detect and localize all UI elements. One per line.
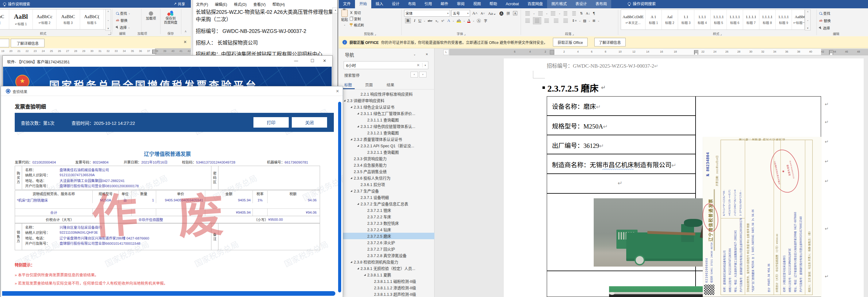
save-to-baidu-button[interactable]: 保存到百度网盘 bbox=[162, 11, 179, 25]
find-button[interactable]: 查找⌄ bbox=[116, 11, 130, 16]
next-result-button[interactable]: ˅ bbox=[419, 72, 427, 78]
nav-tab-results[interactable]: 结果 bbox=[386, 82, 394, 88]
nav-tree-item[interactable]: 2.3.1 绿色企业认证证书 bbox=[339, 104, 434, 110]
nav-tree-item[interactable]: 2.3.7.2.8 真空渗氮设备 bbox=[339, 252, 434, 259]
tab-设计[interactable]: 设计 bbox=[388, 0, 404, 8]
align-right-button[interactable] bbox=[542, 17, 551, 24]
nav-tree-item[interactable]: 2.3.8.1.1.3 超声检测-II级 bbox=[339, 291, 434, 297]
style-item[interactable]: AaBbCcDdE↵本文正... bbox=[621, 10, 646, 29]
align-left-button[interactable] bbox=[523, 17, 532, 24]
text-effects-button[interactable]: A bbox=[447, 18, 450, 23]
tab-Acrobat[interactable]: Acrobat bbox=[501, 0, 523, 8]
nav-tree-item[interactable]: 2.3.2.1 API Spec Q1（新证没... bbox=[339, 142, 434, 149]
bullets-button[interactable] bbox=[523, 10, 532, 17]
distribute-button[interactable] bbox=[561, 17, 570, 24]
tab-审阅[interactable]: 审阅 bbox=[453, 0, 469, 8]
get-genuine-office-button[interactable]: 获取正版 Office bbox=[553, 38, 587, 47]
tell-me-search[interactable]: 操作说明搜索 bbox=[8, 1, 30, 6]
style-item[interactable]: 1.1.1.1标题 9 bbox=[776, 10, 792, 29]
search-dropdown-icon[interactable]: ▾ bbox=[423, 64, 428, 67]
indent-marker[interactable] bbox=[695, 53, 698, 55]
style-item[interactable]: AaBbC(标题 5 bbox=[80, 9, 104, 29]
nav-tree-item[interactable]: 2.3.4 应急服务能力 bbox=[339, 162, 434, 168]
line-spacing-button[interactable]: ⇕≡ bbox=[572, 19, 577, 23]
nav-tree-item[interactable]: 2.3.7.2 生产设备信息汇总表 bbox=[339, 200, 434, 207]
nav-tree-item[interactable]: 2.3.7 生产设备 bbox=[339, 188, 434, 194]
font-name-combo[interactable]: 宋体▾ bbox=[404, 10, 450, 17]
highlight-button[interactable]: ab bbox=[457, 18, 461, 23]
nav-tree-item[interactable]: 2.3.7.2.1 镗床 bbox=[339, 207, 434, 213]
borders-button[interactable]: ⊞ bbox=[592, 19, 595, 23]
pinyin-button[interactable]: 拼 bbox=[506, 11, 510, 16]
indent-marker-icon[interactable] bbox=[550, 50, 554, 54]
addins-button[interactable]: 加载项 bbox=[144, 11, 158, 21]
style-item[interactable]: AaBl↵标题 1 bbox=[9, 9, 33, 29]
nav-tree-item[interactable]: 2.3.1.2 绿色供应链管理体系认... bbox=[339, 123, 434, 130]
document-canvas[interactable]: 招标编号：GWDC-NB-2025-WZGS-WJ-00037-2↵ 2.3.7… bbox=[434, 55, 868, 297]
print-button[interactable]: 打印 bbox=[253, 117, 289, 128]
shrink-font-button[interactable]: A˅ bbox=[480, 11, 485, 15]
change-case-button[interactable]: Aa⌄ bbox=[488, 11, 496, 16]
nav-tree-item[interactable]: 2.3.6.1 扣分项 bbox=[339, 181, 434, 188]
nav-tree-item[interactable]: 2.3.7.2.7 回火炉 bbox=[339, 246, 434, 252]
char-shading-button[interactable]: 字 bbox=[484, 18, 487, 23]
nav-options-icon[interactable]: ⌄ bbox=[413, 53, 416, 56]
grow-font-button[interactable]: A˄ bbox=[472, 11, 477, 16]
nav-tree-item[interactable]: 2.3.2 质量管理体系认证证书 bbox=[339, 136, 434, 142]
tab-表布局[interactable]: 表布局 bbox=[591, 0, 612, 8]
superscript-button[interactable]: x² bbox=[441, 19, 444, 23]
share-button[interactable]: ↗ 共享 ⌄ bbox=[174, 1, 188, 6]
find-button[interactable]: 查找 bbox=[819, 11, 853, 16]
style-item[interactable]: AaBbCc↵标题 2 bbox=[33, 9, 57, 29]
replace-button[interactable]: ab替换 bbox=[819, 18, 853, 23]
nav-tree-item[interactable]: 2.3.7.1 设备明细 bbox=[339, 194, 434, 200]
nav-tree-item[interactable]: 2.3.1.1 绿色工厂管理体系评价... bbox=[339, 110, 434, 116]
tab-图片格式[interactable]: 图片格式 bbox=[547, 0, 571, 8]
left-ruler[interactable]: 1920212223242526272829303132333435363738… bbox=[0, 48, 191, 55]
underline-button[interactable]: U bbox=[418, 18, 422, 23]
font-color-button[interactable]: A bbox=[467, 19, 470, 23]
close-button[interactable]: 关闭 bbox=[292, 117, 327, 128]
tell-me-search[interactable]: 操作说明搜索 bbox=[620, 0, 660, 8]
tab-文件[interactable]: 文件 bbox=[339, 0, 355, 8]
style-item[interactable]: 1.1.1.1标题 8 bbox=[760, 10, 776, 29]
close-warning-icon[interactable]: ✕ bbox=[184, 40, 187, 44]
clear-search-icon[interactable]: ✕ bbox=[414, 63, 423, 68]
menu-item[interactable]: 帮助(H) bbox=[273, 2, 285, 7]
shading-button[interactable]: ▨ bbox=[583, 19, 586, 23]
style-item[interactable]: 1.1标题 3 bbox=[678, 10, 694, 29]
nav-tree-item[interactable]: 2.3 详细评审响应资料 bbox=[339, 97, 434, 104]
style-gallery-scroll[interactable]: ˄⌄▾ bbox=[105, 9, 111, 31]
font-size-combo[interactable]: 五号▾ bbox=[451, 10, 470, 17]
styles-dialog-launcher-icon[interactable] bbox=[108, 32, 111, 35]
clear-format-button[interactable]: 🅐 bbox=[499, 10, 504, 16]
close-button[interactable]: ✕ bbox=[317, 56, 332, 67]
nav-tree-item[interactable]: 2.3.7.2.5 磨床 bbox=[339, 233, 434, 239]
multilevel-list-button[interactable] bbox=[549, 10, 557, 17]
tab-selector[interactable]: L bbox=[443, 50, 449, 55]
tab-开始[interactable]: 开始 bbox=[355, 0, 371, 8]
menu-item[interactable]: 查看(V) bbox=[253, 2, 266, 7]
subscript-button[interactable]: x₂ bbox=[435, 19, 438, 23]
asian-layout-button[interactable]: ⇅ bbox=[580, 11, 583, 16]
nav-search-box[interactable]: 6小时 ✕ ▾ bbox=[344, 61, 428, 69]
style-item[interactable]: Aal标题 2 bbox=[662, 10, 678, 29]
tab-百度网盘[interactable]: 百度网盘 bbox=[523, 0, 547, 8]
align-center-button[interactable] bbox=[533, 17, 541, 24]
numbering-button[interactable] bbox=[536, 10, 545, 17]
copy-button[interactable]: 复制 bbox=[350, 16, 364, 21]
style-item[interactable]: 1.1.1.1标题 7 bbox=[743, 10, 760, 29]
nav-tree-item[interactable]: 2.2.1 响应性评审标准响应资料 bbox=[339, 91, 434, 97]
indent-marker[interactable] bbox=[830, 53, 833, 55]
cut-button[interactable]: 剪切 bbox=[350, 10, 364, 15]
tab-视图[interactable]: 视图 bbox=[469, 0, 485, 8]
nav-tree-item[interactable]: 2.3.8.1.1.1 磁粉检测-II级 bbox=[339, 278, 434, 285]
learn-more-button[interactable]: 了解详细信息 bbox=[11, 39, 44, 47]
dialog-horizontal-scrollbar[interactable] bbox=[2, 291, 335, 296]
tab-表设计[interactable]: 表设计 bbox=[571, 0, 591, 8]
minimize-button[interactable]: — bbox=[289, 56, 303, 67]
nav-tree-item[interactable]: 2.3.8.1.1.2 渗透检测-II级 bbox=[339, 285, 434, 291]
nav-tree-item[interactable]: 2.3.6 投标人失信行为 bbox=[339, 174, 434, 181]
document-page[interactable]: 招标编号：GWDC-NB-2025-WZGS-WJ-00037-2↵ 2.3.7… bbox=[504, 58, 864, 297]
collapse-ribbon-icon[interactable]: ˄ bbox=[185, 30, 187, 33]
